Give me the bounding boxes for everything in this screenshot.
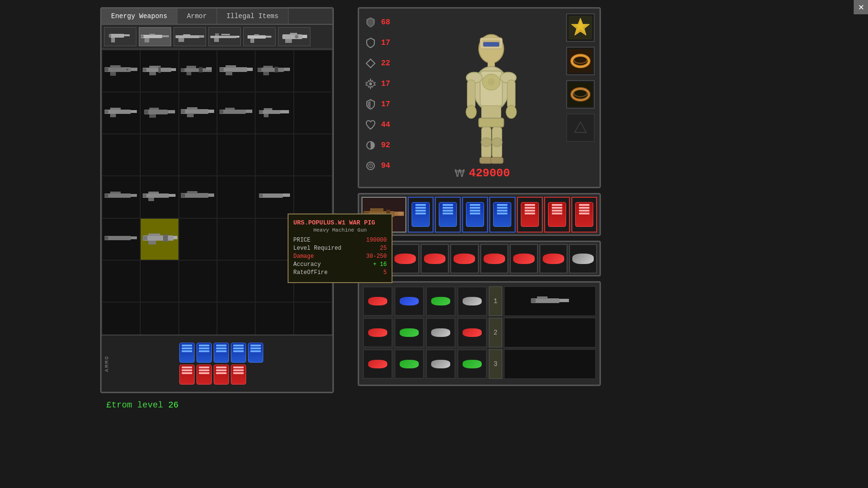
svg-rect-35 bbox=[143, 68, 146, 71]
ammo-clip-6[interactable] bbox=[179, 365, 195, 385]
svg-marker-145 bbox=[575, 122, 586, 132]
weapon-type-heavy[interactable] bbox=[278, 27, 310, 46]
equip-clip-red-3[interactable] bbox=[571, 197, 597, 233]
grid-cell-1-3[interactable] bbox=[217, 92, 255, 134]
grid-cell-0-4[interactable] bbox=[255, 50, 293, 92]
inv-slot-1-3[interactable] bbox=[426, 286, 455, 316]
accessory-ring2-slot[interactable] bbox=[566, 80, 595, 109]
consumable-slot-8[interactable] bbox=[569, 244, 597, 274]
tab-illegal-items[interactable]: Illegal Items bbox=[217, 9, 289, 24]
svg-rect-42 bbox=[186, 72, 191, 75]
close-button[interactable]: ✕ bbox=[854, 0, 868, 14]
svg-rect-156 bbox=[537, 296, 548, 299]
grid-cell-4-1-highlighted[interactable] bbox=[140, 218, 178, 260]
inv-slot-3-1[interactable] bbox=[363, 349, 393, 379]
equip-clip-blue-1[interactable] bbox=[408, 197, 434, 233]
grid-cell-3-0[interactable] bbox=[102, 176, 140, 218]
equipped-weapons-bar bbox=[358, 193, 601, 236]
consumable-slot-4[interactable] bbox=[450, 244, 478, 274]
grid-cell-0-3[interactable] bbox=[217, 50, 255, 92]
inv-slot-1-2[interactable] bbox=[394, 286, 424, 316]
ammo-clip-4[interactable] bbox=[231, 343, 246, 363]
ammo-clip-8[interactable] bbox=[214, 365, 229, 385]
grid-cell-3-4[interactable] bbox=[255, 176, 293, 218]
shield-filled-icon bbox=[364, 16, 377, 29]
equip-clip-red-1[interactable] bbox=[517, 197, 543, 233]
ammo-clip-3[interactable] bbox=[214, 343, 229, 363]
consumable-slot-2[interactable] bbox=[391, 244, 419, 274]
grid-cell-0-1[interactable] bbox=[140, 50, 178, 92]
grid-cell-3-2[interactable] bbox=[179, 176, 217, 218]
svg-rect-71 bbox=[219, 110, 246, 114]
grid-cell-0-0[interactable] bbox=[102, 50, 140, 92]
weapon-type-assault[interactable] bbox=[139, 27, 171, 46]
ammo-clip-2[interactable] bbox=[196, 343, 212, 363]
tab-armor[interactable]: Armor bbox=[177, 9, 217, 24]
svg-point-26 bbox=[295, 35, 299, 39]
grid-cell-1-0[interactable] bbox=[102, 92, 140, 134]
grid-cell-2-1 bbox=[140, 134, 178, 176]
character-model-area bbox=[421, 9, 561, 187]
weapon-type-sniper[interactable] bbox=[208, 27, 241, 46]
inv-slot-2-3[interactable] bbox=[426, 318, 455, 347]
consumable-slot-6[interactable] bbox=[510, 244, 538, 274]
svg-rect-40 bbox=[181, 68, 185, 71]
tab-energy-weapons[interactable]: Energy Weapons bbox=[102, 9, 177, 24]
inv-slot-2-4[interactable] bbox=[457, 318, 487, 347]
svg-rect-87 bbox=[148, 192, 159, 193]
stat-value-5: 44 bbox=[381, 121, 390, 129]
inv-slot-2-2[interactable] bbox=[394, 318, 424, 347]
weapon-type-bar bbox=[102, 25, 332, 50]
accessory-ring1-slot[interactable] bbox=[566, 47, 595, 75]
consumable-slot-3[interactable] bbox=[421, 244, 449, 274]
svg-rect-15 bbox=[215, 33, 219, 36]
stat-row-0: 68 bbox=[364, 13, 416, 31]
svg-rect-114 bbox=[483, 42, 499, 46]
inv-slot-2-1[interactable] bbox=[363, 318, 393, 347]
equip-clip-blue-2[interactable] bbox=[435, 197, 461, 233]
grid-cell-4-0[interactable] bbox=[102, 218, 140, 260]
consumable-slot-5[interactable] bbox=[480, 244, 508, 274]
weapon-type-shotgun[interactable] bbox=[174, 27, 206, 46]
ammo-clip-9[interactable] bbox=[231, 365, 246, 385]
grid-cell-3-1[interactable] bbox=[140, 176, 178, 218]
svg-rect-83 bbox=[110, 192, 121, 193]
grid-cell-0-2[interactable] bbox=[179, 50, 217, 92]
equip-clip-blue-3[interactable] bbox=[462, 197, 488, 233]
weapon-type-smg[interactable] bbox=[243, 27, 276, 46]
ammo-label: AMMO bbox=[104, 356, 110, 372]
grid-cell-1-2[interactable] bbox=[179, 92, 217, 134]
inv-slot-3-4[interactable] bbox=[457, 349, 487, 379]
svg-rect-103 bbox=[163, 234, 168, 242]
svg-rect-41 bbox=[186, 66, 196, 68]
row-preview-1 bbox=[504, 286, 596, 316]
svg-point-131 bbox=[492, 138, 502, 147]
stat-value-3: 17 bbox=[381, 80, 390, 88]
accessory-empty-slot[interactable] bbox=[566, 113, 595, 142]
stat-value-2: 22 bbox=[381, 59, 390, 68]
inv-slot-3-2[interactable] bbox=[394, 349, 424, 379]
accessory-star-slot[interactable] bbox=[566, 13, 595, 42]
inv-slot-1-4[interactable] bbox=[457, 286, 487, 316]
ammo-clip-1[interactable] bbox=[179, 343, 195, 363]
inv-slot-1-1[interactable] bbox=[363, 286, 393, 316]
tooltip-item-name: URS.POPULUS.W1 WAR PIG bbox=[293, 219, 387, 226]
tooltip-rof-label: RateOfFire bbox=[293, 269, 328, 276]
inv-slot-3-3[interactable] bbox=[426, 349, 455, 379]
consumable-slot-7[interactable] bbox=[539, 244, 568, 274]
ammo-clip-5[interactable] bbox=[248, 343, 263, 363]
svg-rect-77 bbox=[259, 110, 263, 113]
ammo-clip-7[interactable] bbox=[196, 365, 212, 385]
equip-clip-blue-4[interactable] bbox=[489, 197, 515, 233]
svg-rect-11 bbox=[178, 38, 184, 42]
tooltip-price-row: PRICE 190000 bbox=[293, 237, 387, 244]
svg-point-106 bbox=[369, 82, 372, 85]
gold-value: 429000 bbox=[469, 167, 510, 180]
equip-clip-red-2[interactable] bbox=[544, 197, 570, 233]
grid-cell-1-4[interactable] bbox=[255, 92, 293, 134]
weapon-type-pistol[interactable] bbox=[104, 27, 136, 46]
svg-rect-55 bbox=[275, 67, 278, 72]
svg-rect-4 bbox=[141, 35, 162, 38]
svg-rect-63 bbox=[144, 110, 148, 114]
grid-cell-1-1[interactable] bbox=[140, 92, 178, 134]
